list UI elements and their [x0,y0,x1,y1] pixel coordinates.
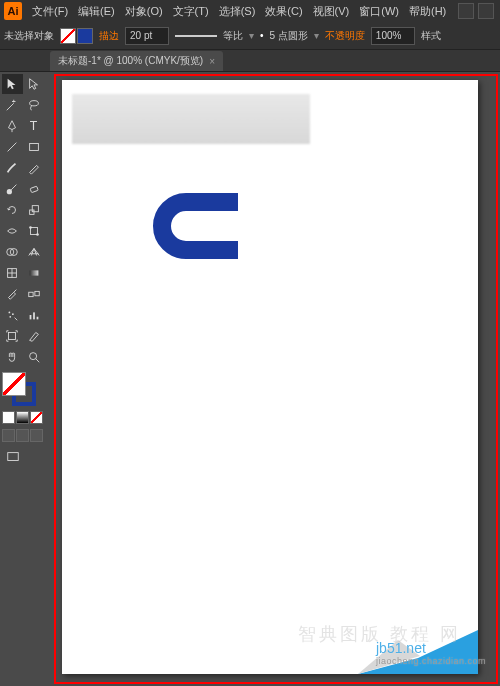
opacity-input[interactable]: 100% [371,27,415,45]
svg-line-2 [8,143,17,152]
type-tool[interactable]: T [24,116,45,136]
draw-behind-icon[interactable] [16,429,29,442]
stroke-style-preview-icon[interactable] [175,35,217,37]
stroke-weight-input[interactable]: 20 pt [125,27,169,45]
fill-swatch-none-icon[interactable] [60,28,76,44]
hand-tool[interactable] [2,347,23,367]
rectangle-tool[interactable] [24,137,45,157]
svg-point-24 [29,353,36,360]
style-label[interactable]: 样式 [421,29,441,43]
magic-wand-tool[interactable] [2,95,23,115]
no-selection-label: 未选择对象 [4,29,54,43]
svg-text:T: T [29,119,37,133]
color-mode-icon[interactable] [2,411,15,424]
artboard[interactable]: 智典图版 教程 网 jb51.net jiaocheng.chazidian.c… [62,80,478,674]
document-tab[interactable]: 未标题-1* @ 100% (CMYK/预览) × [50,51,223,71]
slice-tool[interactable] [24,326,45,346]
control-bar: 未选择对象 描边 20 pt 等比 ▾ • 5 点圆形 ▾ 不透明度 100% … [0,22,500,50]
menubar-extras [458,3,500,19]
gradient-tool[interactable] [24,263,45,283]
selection-tool[interactable] [2,74,23,94]
svg-point-9 [29,226,32,229]
draw-inside-icon[interactable] [30,429,43,442]
column-graph-tool[interactable] [24,305,45,325]
direct-selection-tool[interactable] [24,74,45,94]
lasso-tool[interactable] [24,95,45,115]
canvas-path-c-shape[interactable] [152,192,244,264]
canvas-area[interactable]: 智典图版 教程 网 jb51.net jiaocheng.chazidian.c… [46,72,500,686]
svg-rect-7 [32,206,38,212]
watermark-corner: 智典图版 教程 网 jb51.net jiaocheng.chazidian.c… [358,610,478,674]
brush-profile-label[interactable]: 5 点圆形 [270,29,308,43]
dropdown-icon: ▾ [249,30,254,41]
svg-rect-20 [29,315,31,319]
canvas-viewport: 智典图版 教程 网 jb51.net jiaocheng.chazidian.c… [54,74,498,684]
menu-help[interactable]: 帮助(H) [405,2,450,21]
tools-panel: T [0,72,46,686]
menu-window[interactable]: 窗口(W) [355,2,403,21]
pen-tool[interactable] [2,116,23,136]
svg-point-18 [12,313,14,315]
watermark-sub: jiaocheng.chazidian.com [376,656,474,666]
line-tool[interactable] [2,137,23,157]
menu-file[interactable]: 文件(F) [28,2,72,21]
rotate-tool[interactable] [2,200,23,220]
menu-edit[interactable]: 编辑(E) [74,2,119,21]
screen-mode-button[interactable] [2,447,23,467]
menu-select[interactable]: 选择(S) [215,2,260,21]
layout-icon[interactable] [458,3,474,19]
stroke-swatch-icon[interactable] [77,28,93,44]
menu-view[interactable]: 视图(V) [309,2,354,21]
artboard-tool[interactable] [2,326,23,346]
draw-normal-icon[interactable] [2,429,15,442]
document-tab-title: 未标题-1* @ 100% (CMYK/预览) [58,54,203,68]
dropdown-icon: ▾ [314,30,319,41]
svg-point-19 [10,316,12,318]
pencil-tool[interactable] [24,158,45,178]
svg-rect-5 [30,186,38,193]
zoom-tool[interactable] [24,347,45,367]
width-tool[interactable] [2,221,23,241]
scale-tool[interactable] [24,200,45,220]
stroke-label[interactable]: 描边 [99,29,119,43]
free-transform-tool[interactable] [24,221,45,241]
svg-rect-15 [29,292,33,296]
menu-effect[interactable]: 效果(C) [261,2,306,21]
redacted-region [72,94,310,144]
paintbrush-tool[interactable] [2,158,23,178]
svg-point-10 [36,233,39,236]
fill-color-none-icon[interactable] [2,372,26,396]
shape-builder-tool[interactable] [2,242,23,262]
svg-rect-16 [35,291,39,295]
opacity-label[interactable]: 不透明度 [325,29,365,43]
svg-line-25 [36,359,40,363]
menu-type[interactable]: 文字(T) [169,2,213,21]
fill-stroke-swatches [60,28,93,44]
blob-brush-tool[interactable] [2,179,23,199]
svg-rect-26 [7,453,18,461]
draw-mode-row [2,429,44,442]
svg-rect-23 [9,333,16,340]
eyedropper-tool[interactable] [2,284,23,304]
blend-tool[interactable] [24,284,45,304]
svg-point-17 [9,312,11,314]
menu-object[interactable]: 对象(O) [121,2,167,21]
close-icon[interactable]: × [209,56,215,67]
svg-rect-21 [33,312,35,319]
none-mode-icon[interactable] [30,411,43,424]
svg-rect-22 [36,317,38,320]
app-logo-icon: Ai [4,2,22,20]
perspective-grid-tool[interactable] [24,242,45,262]
mesh-tool[interactable] [2,263,23,283]
arrange-icon[interactable] [478,3,494,19]
fill-stroke-indicator[interactable] [2,372,36,406]
uniform-label[interactable]: 等比 [223,29,243,43]
watermark-domain: jb51.net [376,640,426,656]
watermark-site: jb51.net jiaocheng.chazidian.com [376,640,474,666]
symbol-sprayer-tool[interactable] [2,305,23,325]
gradient-mode-icon[interactable] [16,411,29,424]
color-mode-row [2,411,44,424]
menu-bar: Ai 文件(F) 编辑(E) 对象(O) 文字(T) 选择(S) 效果(C) 视… [0,0,500,22]
eraser-tool[interactable] [24,179,45,199]
workspace: T [0,72,500,686]
